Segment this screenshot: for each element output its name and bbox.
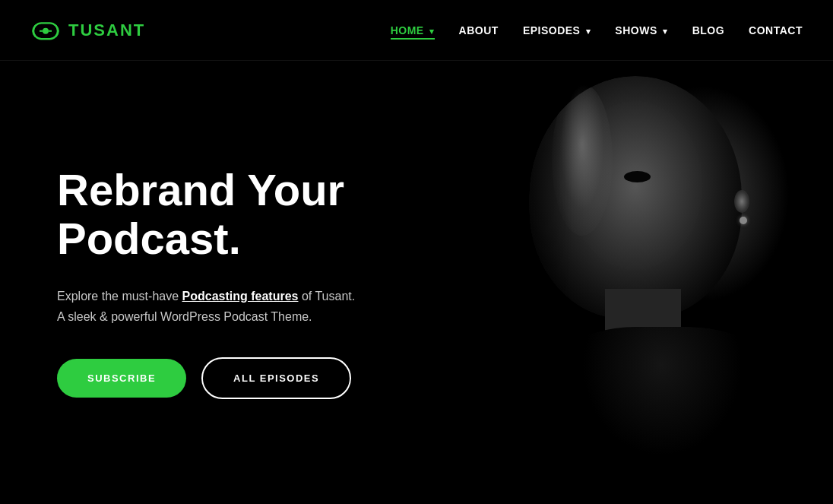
subscribe-button[interactable]: SUBSCRIBE (57, 359, 186, 398)
logo-icon (30, 18, 61, 43)
nav-item-contact[interactable]: CONTACT (749, 24, 803, 37)
nav-link-episodes[interactable]: EPISODES ▾ (523, 24, 591, 36)
nav-links: HOME ▾ ABOUT EPISODES ▾ SHOWS ▾ BLOG CON… (391, 24, 803, 37)
nav-item-blog[interactable]: BLOG (692, 24, 724, 37)
nav-link-blog[interactable]: BLOG (692, 24, 724, 36)
nav-item-about[interactable]: ABOUT (459, 24, 499, 37)
shows-dropdown-arrow: ▾ (663, 27, 668, 36)
all-episodes-button[interactable]: ALL EPISODES (201, 357, 351, 399)
nav-link-shows[interactable]: SHOWS ▾ (615, 24, 667, 36)
logo[interactable]: TUSANT (30, 18, 145, 43)
nav-item-episodes[interactable]: EPISODES ▾ (523, 24, 591, 37)
nav-item-shows[interactable]: SHOWS ▾ (615, 24, 667, 37)
nav-link-home[interactable]: HOME ▾ (391, 24, 435, 40)
home-dropdown-arrow: ▾ (429, 27, 435, 36)
hero-title: Rebrand Your Podcast. (57, 166, 532, 263)
svg-point-1 (43, 27, 49, 33)
hero-section: Rebrand Your Podcast. Explore the must-h… (0, 61, 833, 504)
nav-link-contact[interactable]: CONTACT (749, 24, 803, 36)
hero-buttons: SUBSCRIBE ALL EPISODES (57, 357, 532, 399)
hero-description: Explore the must-have Podcasting feature… (57, 286, 532, 327)
brand-name: TUSANT (68, 21, 145, 40)
hero-content: Rebrand Your Podcast. Explore the must-h… (0, 166, 532, 399)
nav-item-home[interactable]: HOME ▾ (391, 24, 435, 37)
navbar: TUSANT HOME ▾ ABOUT EPISODES ▾ SHOWS ▾ B… (0, 0, 833, 61)
episodes-dropdown-arrow: ▾ (586, 27, 591, 36)
podcasting-features-link[interactable]: Podcasting features (182, 290, 299, 303)
nav-link-about[interactable]: ABOUT (459, 24, 499, 36)
